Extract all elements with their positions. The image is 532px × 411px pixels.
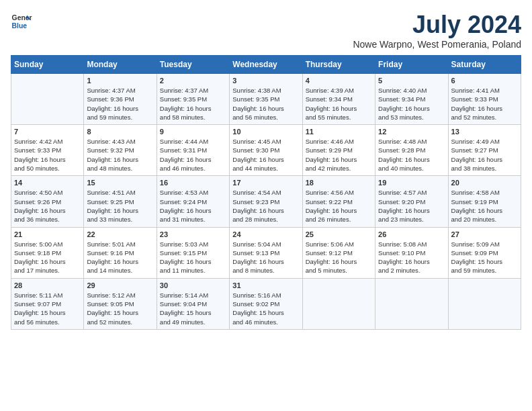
day-info: Sunrise: 4:38 AM Sunset: 9:35 PM Dayligh… xyxy=(232,86,299,122)
day-number: 30 xyxy=(160,281,226,289)
day-info: Sunrise: 4:50 AM Sunset: 9:26 PM Dayligh… xyxy=(14,188,81,224)
calendar-table: SundayMondayTuesdayWednesdayThursdayFrid… xyxy=(11,55,521,330)
day-info: Sunrise: 4:48 AM Sunset: 9:28 PM Dayligh… xyxy=(378,137,445,173)
calendar-day-cell: 5Sunrise: 4:40 AM Sunset: 9:34 PM Daylig… xyxy=(375,74,448,125)
day-info: Sunrise: 4:42 AM Sunset: 9:33 PM Dayligh… xyxy=(14,137,81,173)
calendar-header-day: Sunday xyxy=(11,56,84,74)
day-info: Sunrise: 5:01 AM Sunset: 9:16 PM Dayligh… xyxy=(87,240,153,275)
calendar-day-cell: 21Sunrise: 5:00 AM Sunset: 9:18 PM Dayli… xyxy=(11,227,84,278)
calendar-day-cell: 17Sunrise: 4:54 AM Sunset: 9:23 PM Dayli… xyxy=(230,176,302,227)
calendar-day-cell: 20Sunrise: 4:58 AM Sunset: 9:19 PM Dayli… xyxy=(448,176,521,227)
day-number: 15 xyxy=(87,179,153,187)
month-title: July 2024 xyxy=(353,11,521,39)
calendar-day-cell: 16Sunrise: 4:53 AM Sunset: 9:24 PM Dayli… xyxy=(157,176,229,227)
calendar-week-row: 14Sunrise: 4:50 AM Sunset: 9:26 PM Dayli… xyxy=(11,176,521,227)
calendar-header-row: SundayMondayTuesdayWednesdayThursdayFrid… xyxy=(11,56,521,74)
day-info: Sunrise: 5:11 AM Sunset: 9:07 PM Dayligh… xyxy=(14,291,81,326)
day-number: 23 xyxy=(160,230,226,238)
calendar-header-day: Saturday xyxy=(448,56,521,74)
logo: General Blue xyxy=(11,11,32,32)
day-number: 25 xyxy=(306,230,372,238)
day-number: 27 xyxy=(451,230,518,238)
day-number: 7 xyxy=(14,128,81,136)
svg-text:Blue: Blue xyxy=(12,22,28,30)
day-number: 4 xyxy=(306,77,372,85)
day-info: Sunrise: 4:51 AM Sunset: 9:25 PM Dayligh… xyxy=(87,188,153,224)
calendar-day-cell: 22Sunrise: 5:01 AM Sunset: 9:16 PM Dayli… xyxy=(84,227,157,278)
calendar-day-cell: 18Sunrise: 4:56 AM Sunset: 9:22 PM Dayli… xyxy=(302,176,375,227)
calendar-day-cell: 31Sunrise: 5:16 AM Sunset: 9:02 PM Dayli… xyxy=(230,278,302,329)
day-info: Sunrise: 5:16 AM Sunset: 9:02 PM Dayligh… xyxy=(232,291,299,326)
day-number: 10 xyxy=(232,128,299,136)
day-number: 26 xyxy=(378,230,445,238)
calendar-header-day: Tuesday xyxy=(157,56,229,74)
calendar-day-cell: 3Sunrise: 4:38 AM Sunset: 9:35 PM Daylig… xyxy=(230,74,302,125)
day-info: Sunrise: 5:04 AM Sunset: 9:13 PM Dayligh… xyxy=(232,240,299,275)
calendar-day-cell: 29Sunrise: 5:12 AM Sunset: 9:05 PM Dayli… xyxy=(84,278,157,329)
calendar-day-cell: 30Sunrise: 5:14 AM Sunset: 9:04 PM Dayli… xyxy=(157,278,229,329)
calendar-day-cell xyxy=(302,278,375,329)
page-header: General Blue July 2024 Nowe Warpno, West… xyxy=(11,11,521,50)
day-info: Sunrise: 4:54 AM Sunset: 9:23 PM Dayligh… xyxy=(232,188,299,224)
calendar-header-day: Friday xyxy=(375,56,448,74)
day-number: 2 xyxy=(160,77,226,85)
day-number: 18 xyxy=(306,179,372,187)
day-info: Sunrise: 5:12 AM Sunset: 9:05 PM Dayligh… xyxy=(87,291,153,326)
day-info: Sunrise: 5:03 AM Sunset: 9:15 PM Dayligh… xyxy=(160,240,226,275)
calendar-day-cell xyxy=(375,278,448,329)
day-number: 28 xyxy=(14,281,81,289)
day-info: Sunrise: 4:44 AM Sunset: 9:31 PM Dayligh… xyxy=(160,137,226,173)
day-info: Sunrise: 4:49 AM Sunset: 9:27 PM Dayligh… xyxy=(451,137,518,173)
calendar-day-cell: 11Sunrise: 4:46 AM Sunset: 9:29 PM Dayli… xyxy=(302,125,375,176)
calendar-header-day: Wednesday xyxy=(230,56,302,74)
calendar-day-cell: 4Sunrise: 4:39 AM Sunset: 9:34 PM Daylig… xyxy=(302,74,375,125)
calendar-day-cell: 9Sunrise: 4:44 AM Sunset: 9:31 PM Daylig… xyxy=(157,125,229,176)
calendar-week-row: 21Sunrise: 5:00 AM Sunset: 9:18 PM Dayli… xyxy=(11,227,521,278)
calendar-day-cell: 14Sunrise: 4:50 AM Sunset: 9:26 PM Dayli… xyxy=(11,176,84,227)
day-number: 1 xyxy=(87,77,153,85)
calendar-week-row: 1Sunrise: 4:37 AM Sunset: 9:36 PM Daylig… xyxy=(11,74,521,125)
day-info: Sunrise: 5:06 AM Sunset: 9:12 PM Dayligh… xyxy=(306,240,372,275)
calendar-week-row: 7Sunrise: 4:42 AM Sunset: 9:33 PM Daylig… xyxy=(11,125,521,176)
calendar-day-cell: 23Sunrise: 5:03 AM Sunset: 9:15 PM Dayli… xyxy=(157,227,229,278)
day-number: 22 xyxy=(87,230,153,238)
calendar-day-cell: 15Sunrise: 4:51 AM Sunset: 9:25 PM Dayli… xyxy=(84,176,157,227)
day-number: 8 xyxy=(87,128,153,136)
location-subtitle: Nowe Warpno, West Pomerania, Poland xyxy=(353,39,521,50)
day-number: 19 xyxy=(378,179,445,187)
calendar-day-cell: 12Sunrise: 4:48 AM Sunset: 9:28 PM Dayli… xyxy=(375,125,448,176)
calendar-day-cell: 25Sunrise: 5:06 AM Sunset: 9:12 PM Dayli… xyxy=(302,227,375,278)
day-number: 11 xyxy=(306,128,372,136)
calendar-day-cell: 28Sunrise: 5:11 AM Sunset: 9:07 PM Dayli… xyxy=(11,278,84,329)
day-number: 29 xyxy=(87,281,153,289)
day-info: Sunrise: 4:45 AM Sunset: 9:30 PM Dayligh… xyxy=(232,137,299,173)
day-number: 17 xyxy=(232,179,299,187)
day-info: Sunrise: 4:53 AM Sunset: 9:24 PM Dayligh… xyxy=(160,188,226,224)
day-info: Sunrise: 5:14 AM Sunset: 9:04 PM Dayligh… xyxy=(160,291,226,326)
day-number: 12 xyxy=(378,128,445,136)
calendar-day-cell: 6Sunrise: 4:41 AM Sunset: 9:33 PM Daylig… xyxy=(448,74,521,125)
day-info: Sunrise: 5:00 AM Sunset: 9:18 PM Dayligh… xyxy=(14,240,81,275)
day-number: 31 xyxy=(232,281,299,289)
title-area: July 2024 Nowe Warpno, West Pomerania, P… xyxy=(353,11,521,50)
day-info: Sunrise: 4:57 AM Sunset: 9:20 PM Dayligh… xyxy=(378,188,445,224)
day-number: 14 xyxy=(14,179,81,187)
calendar-week-row: 28Sunrise: 5:11 AM Sunset: 9:07 PM Dayli… xyxy=(11,278,521,329)
calendar-day-cell: 26Sunrise: 5:08 AM Sunset: 9:10 PM Dayli… xyxy=(375,227,448,278)
day-info: Sunrise: 4:39 AM Sunset: 9:34 PM Dayligh… xyxy=(306,86,372,122)
calendar-day-cell: 10Sunrise: 4:45 AM Sunset: 9:30 PM Dayli… xyxy=(230,125,302,176)
day-number: 20 xyxy=(451,179,518,187)
day-info: Sunrise: 4:56 AM Sunset: 9:22 PM Dayligh… xyxy=(306,188,372,224)
day-info: Sunrise: 4:46 AM Sunset: 9:29 PM Dayligh… xyxy=(306,137,372,173)
day-info: Sunrise: 4:58 AM Sunset: 9:19 PM Dayligh… xyxy=(451,188,518,224)
day-number: 24 xyxy=(232,230,299,238)
calendar-day-cell: 19Sunrise: 4:57 AM Sunset: 9:20 PM Dayli… xyxy=(375,176,448,227)
day-info: Sunrise: 4:37 AM Sunset: 9:35 PM Dayligh… xyxy=(160,86,226,122)
day-number: 21 xyxy=(14,230,81,238)
calendar-header-day: Thursday xyxy=(302,56,375,74)
calendar-day-cell: 27Sunrise: 5:09 AM Sunset: 9:09 PM Dayli… xyxy=(448,227,521,278)
calendar-day-cell: 7Sunrise: 4:42 AM Sunset: 9:33 PM Daylig… xyxy=(11,125,84,176)
day-number: 6 xyxy=(451,77,518,85)
calendar-header-day: Monday xyxy=(84,56,157,74)
calendar-day-cell: 24Sunrise: 5:04 AM Sunset: 9:13 PM Dayli… xyxy=(230,227,302,278)
